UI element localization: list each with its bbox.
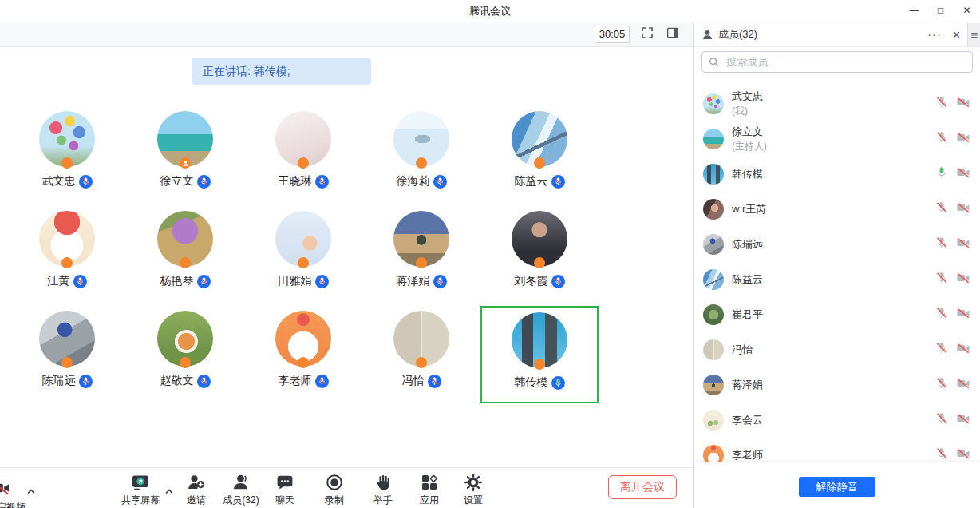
member-row[interactable]: 李会云 <box>694 403 980 438</box>
member-row[interactable]: 陈瑞远 <box>694 227 980 262</box>
member-name: 冯怡 <box>732 343 935 357</box>
participant-tile[interactable]: 武文忠 <box>8 106 126 204</box>
participant-tile[interactable]: 赵敬文 <box>126 306 244 403</box>
member-role: (主持人) <box>732 140 935 153</box>
close-button[interactable]: ✕ <box>954 0 980 22</box>
participant-name: 汪黄 <box>48 274 70 288</box>
member-row[interactable]: 冯怡 <box>694 332 980 367</box>
camera-off-icon <box>956 341 970 359</box>
member-row[interactable]: 陈益云 <box>694 262 980 297</box>
meeting-timer: 30:05 <box>595 26 630 43</box>
participant-name: 武文忠 <box>42 174 76 189</box>
member-row[interactable]: 韩传模 <box>694 157 980 192</box>
share-screen-icon <box>131 473 150 492</box>
mic-muted-icon <box>935 411 949 429</box>
participant-name: 陈瑞远 <box>42 374 76 388</box>
bottom-control-bar: 启视频 共享屏幕 邀请 成员(32) 聊天 录制 <box>0 467 693 508</box>
member-name: 陈瑞远 <box>732 237 935 252</box>
layout-switch-button[interactable] <box>665 26 681 42</box>
member-row[interactable]: 崔君平 <box>694 297 980 332</box>
mic-muted-icon <box>428 375 441 388</box>
participant-tile[interactable]: 陈瑞远 <box>8 306 126 403</box>
layout-icon <box>666 26 680 43</box>
mic-muted-icon <box>197 175 211 189</box>
settings-button[interactable]: 设置 <box>443 473 504 507</box>
participant-name: 徐海莉 <box>397 174 430 189</box>
participant-tile[interactable]: 陈益云 <box>480 106 599 204</box>
search-icon <box>708 56 720 68</box>
participant-tile[interactable]: 蒋泽娟 <box>362 206 480 304</box>
participant-tile[interactable]: 汪黄 <box>8 206 126 304</box>
host-badge-icon <box>298 157 309 169</box>
share-screen-button[interactable]: 共享屏幕 <box>110 473 171 507</box>
camera-off-icon <box>956 95 970 113</box>
participant-tile[interactable]: 李老师 <box>244 306 362 403</box>
share-options-chevron-icon[interactable] <box>164 484 174 491</box>
apps-icon <box>420 473 439 492</box>
host-badge-icon <box>61 357 73 368</box>
mic-muted-icon <box>935 236 949 253</box>
member-row[interactable]: 徐立文 (主持人) <box>694 121 980 157</box>
host-badge-icon <box>180 357 191 368</box>
member-avatar <box>703 410 724 431</box>
members-panel: 成员(32) ··· ✕ 武文忠 (我) 徐立文 (主持人) <box>693 22 980 508</box>
fullscreen-icon <box>640 26 654 43</box>
member-name: w r王芮 <box>732 202 935 216</box>
host-badge-icon <box>61 257 73 268</box>
chat-icon <box>275 473 294 492</box>
member-name: 崔君平 <box>732 308 935 322</box>
participant-tile[interactable]: 刘冬霞 <box>480 206 599 304</box>
meeting-toolbar: 30:05 <box>0 22 693 47</box>
mic-muted-icon <box>315 375 329 388</box>
video-options-chevron-icon[interactable] <box>26 484 36 491</box>
member-row[interactable]: 武文忠 (我) <box>694 86 980 121</box>
minimize-button[interactable]: — <box>901 0 927 22</box>
mic-muted-icon <box>935 130 949 148</box>
search-input[interactable] <box>701 51 973 73</box>
host-badge-icon <box>180 157 191 169</box>
member-search <box>701 51 973 73</box>
member-avatar <box>703 234 724 255</box>
host-badge-icon <box>298 357 309 368</box>
member-row[interactable]: 李老师 <box>694 438 980 462</box>
participant-tile[interactable]: 杨艳琴 <box>126 206 244 304</box>
members-icon <box>701 29 713 41</box>
participant-name: 王晓琳 <box>279 174 312 189</box>
member-name: 李会云 <box>732 413 935 427</box>
member-avatar <box>703 164 724 185</box>
host-badge-icon <box>534 157 545 169</box>
host-badge-icon <box>61 157 73 169</box>
participant-tile[interactable]: 田雅娟 <box>244 206 362 304</box>
member-name: 武文忠 <box>732 89 935 104</box>
member-row[interactable]: w r王芮 <box>694 192 980 227</box>
host-badge-icon <box>416 257 427 268</box>
fullscreen-button[interactable] <box>639 26 655 42</box>
participant-tile[interactable]: 徐海莉 <box>362 106 480 204</box>
participant-tile[interactable]: 王晓琳 <box>244 106 362 204</box>
participant-name: 刘冬霞 <box>515 274 548 288</box>
maximize-button[interactable]: □ <box>927 0 954 22</box>
window-titlebar: 腾讯会议 — □ ✕ <box>0 0 980 22</box>
panel-close-icon[interactable]: ✕ <box>952 29 961 41</box>
mic-muted-icon <box>433 275 447 288</box>
member-row[interactable]: 蒋泽娟 <box>694 367 980 403</box>
member-avatar <box>703 269 724 290</box>
window-controls: — □ ✕ <box>901 0 980 22</box>
participant-tile[interactable]: 冯怡 <box>362 306 480 403</box>
participant-name: 冯怡 <box>402 374 425 388</box>
mic-muted-icon <box>935 376 949 394</box>
mic-muted-icon <box>935 446 949 462</box>
member-avatar <box>703 129 724 149</box>
member-list[interactable]: 武文忠 (我) 徐立文 (主持人) <box>694 77 980 462</box>
panel-menu-button[interactable] <box>967 23 980 46</box>
unmute-button[interactable]: 解除静音 <box>799 477 875 497</box>
leave-meeting-button[interactable]: 离开会议 <box>608 475 677 499</box>
mic-muted-icon <box>551 275 565 288</box>
participant-name: 田雅娟 <box>279 274 312 288</box>
participant-tile[interactable]: 徐立文 <box>126 106 244 204</box>
window-title: 腾讯会议 <box>469 5 511 17</box>
mic-muted-icon <box>935 306 949 323</box>
more-options-icon[interactable]: ··· <box>927 30 942 38</box>
participant-name: 李老师 <box>279 374 312 388</box>
participant-tile[interactable]: 韩传模 <box>480 306 599 403</box>
